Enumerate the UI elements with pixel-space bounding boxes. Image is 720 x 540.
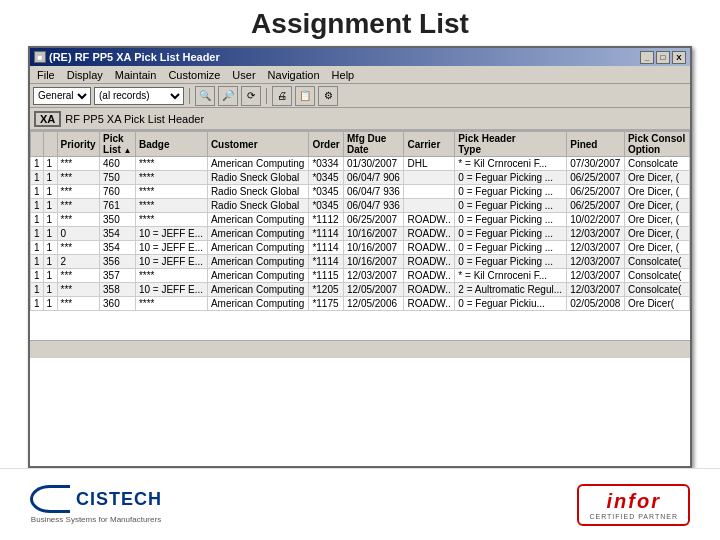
col-pined[interactable]: Pined xyxy=(567,132,625,157)
table-cell: Radio Sneck Global xyxy=(207,171,308,185)
table-body: 11***460****American Computing*033401/30… xyxy=(31,157,690,311)
table-cell: 1 xyxy=(31,199,44,213)
table-cell: American Computing xyxy=(207,283,308,297)
table-cell: *0345 xyxy=(309,199,344,213)
table-cell: 06/04/7 936 xyxy=(343,185,403,199)
table-cell: Radio Sneck Global xyxy=(207,185,308,199)
table-cell: Ore Dicer, ( xyxy=(624,213,689,227)
table-cell: 2 = Aultromatic Regul... xyxy=(455,283,567,297)
table-cell: 10 = JEFF E... xyxy=(135,255,207,269)
table-cell: 1 xyxy=(31,269,44,283)
table-cell: 10/16/2007 xyxy=(343,241,403,255)
xa-bar: XA RF PP5 XA Pick List Header xyxy=(30,108,690,130)
table-row[interactable]: 11***360****American Computing*117512/05… xyxy=(31,297,690,311)
menu-help[interactable]: Help xyxy=(327,68,360,82)
table-cell: **** xyxy=(135,157,207,171)
table-row[interactable]: 11***35810 = JEFF E...American Computing… xyxy=(31,283,690,297)
table-row[interactable]: 11***460****American Computing*033401/30… xyxy=(31,157,690,171)
toolbar-settings-button[interactable]: ⚙ xyxy=(318,86,338,106)
col-customer[interactable]: Customer xyxy=(207,132,308,157)
col-priority[interactable]: Priority xyxy=(57,132,99,157)
table-cell: 1 xyxy=(43,297,57,311)
table-cell: **** xyxy=(135,213,207,227)
cistech-logo: CISTECH Business Systems for Manufacture… xyxy=(30,485,162,524)
table-cell: 0 = Feguar Picking ... xyxy=(455,227,567,241)
table-row[interactable]: 11***761****Radio Sneck Global*034506/04… xyxy=(31,199,690,213)
table-cell: 06/25/2007 xyxy=(567,171,625,185)
col-badge[interactable]: Badge xyxy=(135,132,207,157)
toolbar-separator-1 xyxy=(189,88,190,104)
toolbar-export-button[interactable]: 📋 xyxy=(295,86,315,106)
table-cell: 1 xyxy=(43,157,57,171)
table-row[interactable]: 11***760****Radio Sneck Global*034506/04… xyxy=(31,185,690,199)
minimize-button[interactable]: _ xyxy=(640,51,654,64)
menu-file[interactable]: File xyxy=(32,68,60,82)
table-cell: *1114 xyxy=(309,227,344,241)
toolbar-separator-2 xyxy=(266,88,267,104)
table-cell: 1 xyxy=(43,171,57,185)
toolbar-search-button[interactable]: 🔍 xyxy=(195,86,215,106)
table-cell: *1205 xyxy=(309,283,344,297)
table-cell: 356 xyxy=(100,255,136,269)
table-row[interactable]: 11***350****American Computing*111206/25… xyxy=(31,213,690,227)
table-cell: 10 = JEFF E... xyxy=(135,241,207,255)
table-cell: 2 xyxy=(57,255,99,269)
page-title: Assignment List xyxy=(0,0,720,46)
table-cell: 360 xyxy=(100,297,136,311)
col-mfg-due[interactable]: Mfg DueDate xyxy=(343,132,403,157)
table-cell: *** xyxy=(57,157,99,171)
window-controls: _ □ X xyxy=(640,51,686,64)
table-cell: 0 = Feguar Picking ... xyxy=(455,199,567,213)
col-pick-consol[interactable]: Pick ConsolOption xyxy=(624,132,689,157)
table-cell: *** xyxy=(57,171,99,185)
table-cell: 460 xyxy=(100,157,136,171)
table-cell: 357 xyxy=(100,269,136,283)
window-icon: ■ xyxy=(34,51,46,63)
table-row[interactable]: 11***35410 = JEFF E...American Computing… xyxy=(31,241,690,255)
table-cell: 1 xyxy=(43,255,57,269)
table-cell: ROADW.. xyxy=(404,297,455,311)
data-table-container[interactable]: Priority PickList ▲ Badge Customer Order… xyxy=(30,130,690,340)
menu-navigation[interactable]: Navigation xyxy=(263,68,325,82)
toolbar-refresh-button[interactable]: ⟳ xyxy=(241,86,261,106)
menubar: File Display Maintain Customize User Nav… xyxy=(30,66,690,84)
table-cell: 10 = JEFF E... xyxy=(135,227,207,241)
toolbar-print-button[interactable]: 🖨 xyxy=(272,86,292,106)
menu-customize[interactable]: Customize xyxy=(163,68,225,82)
menu-display[interactable]: Display xyxy=(62,68,108,82)
maximize-button[interactable]: □ xyxy=(656,51,670,64)
table-cell: **** xyxy=(135,297,207,311)
table-row[interactable]: 11235610 = JEFF E...American Computing*1… xyxy=(31,255,690,269)
table-cell: DHL xyxy=(404,157,455,171)
toolbar-find-button[interactable]: 🔎 xyxy=(218,86,238,106)
table-cell: Ore Dicer, ( xyxy=(624,171,689,185)
table-row[interactable]: 11035410 = JEFF E...American Computing*1… xyxy=(31,227,690,241)
table-cell: 10 = JEFF E... xyxy=(135,283,207,297)
table-cell: ROADW.. xyxy=(404,213,455,227)
col-order[interactable]: Order xyxy=(309,132,344,157)
table-cell: *** xyxy=(57,213,99,227)
col-num xyxy=(43,132,57,157)
menu-user[interactable]: User xyxy=(227,68,260,82)
table-cell: Radio Sneck Global xyxy=(207,199,308,213)
infor-sub: CERTIFIED PARTNER xyxy=(589,513,678,520)
table-cell: 06/25/2007 xyxy=(567,185,625,199)
toolbar: General (al records) 🔍 🔎 ⟳ 🖨 📋 ⚙ xyxy=(30,84,690,108)
table-cell: *1114 xyxy=(309,255,344,269)
window-title: (RE) RF PP5 XA Pick List Header xyxy=(49,51,220,63)
table-cell: 0 = Feguar Picking ... xyxy=(455,171,567,185)
cistech-c-icon xyxy=(30,485,70,513)
table-row[interactable]: 11***357****American Computing*111512/03… xyxy=(31,269,690,283)
col-pick-list[interactable]: PickList ▲ xyxy=(100,132,136,157)
table-cell: 12/03/2007 xyxy=(567,283,625,297)
table-cell: *1175 xyxy=(309,297,344,311)
table-cell: 0 = Feguar Picking ... xyxy=(455,185,567,199)
col-pick-header[interactable]: Pick HeaderType xyxy=(455,132,567,157)
toolbar-select-records[interactable]: (al records) xyxy=(94,87,184,105)
col-carrier[interactable]: Carrier xyxy=(404,132,455,157)
menu-maintain[interactable]: Maintain xyxy=(110,68,162,82)
close-button[interactable]: X xyxy=(672,51,686,64)
table-row[interactable]: 11***750****Radio Sneck Global*034506/04… xyxy=(31,171,690,185)
toolbar-select-general[interactable]: General xyxy=(33,87,91,105)
table-cell: *** xyxy=(57,199,99,213)
